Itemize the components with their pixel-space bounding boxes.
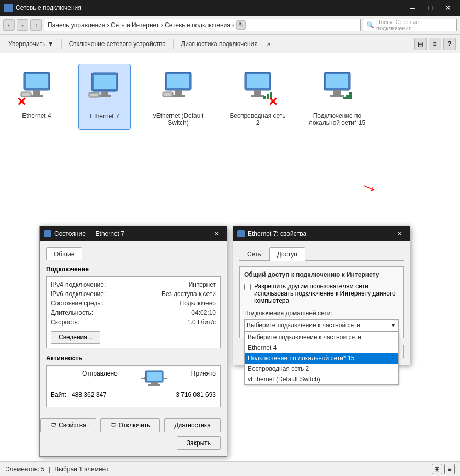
- up-button[interactable]: ↑: [30, 19, 42, 31]
- veth-computer-icon: [160, 70, 197, 106]
- svg-rect-21: [251, 95, 264, 97]
- svg-rect-31: [349, 92, 352, 99]
- duration-row: Длительность: 04:02:10: [51, 309, 216, 316]
- svg-rect-29: [343, 97, 346, 99]
- forward-button[interactable]: ›: [17, 19, 28, 31]
- svg-rect-34: [151, 382, 158, 384]
- status-dialog-titlebar: Состояние — Ethernet 7 ✕: [40, 226, 227, 241]
- network-icons-area: ✕ Ethernet 4 Ethernet 7: [0, 53, 460, 140]
- status-dialog-buttons: 🛡 Свойства 🛡 Отключить Диагностика: [46, 414, 221, 432]
- toolbar-right: ▤ ≡ ?: [414, 38, 456, 50]
- view-details-button[interactable]: ≡: [429, 38, 441, 50]
- activity-section: Отправлено: [46, 365, 221, 407]
- network-item-veth[interactable]: vEthernet (Default Switch): [146, 64, 210, 130]
- tab-general[interactable]: Общие: [46, 247, 82, 260]
- status-dialog-close-button[interactable]: ✕: [211, 229, 223, 239]
- close-button[interactable]: ✕: [440, 3, 456, 13]
- props-dialog-title: Ethernet 7: свойства: [248, 230, 306, 237]
- eth7-icon-wrapper: [84, 67, 125, 109]
- lan15-computer-icon: [319, 70, 355, 106]
- activity-header-row: Отправлено: [51, 370, 216, 387]
- tab-access[interactable]: Доступ: [269, 247, 305, 261]
- properties-button[interactable]: 🛡 Свойства: [40, 418, 96, 432]
- ipv4-row: IPv4-подключение: Интернет: [51, 281, 216, 288]
- wifi2-label: Беспроводная сеть 2: [229, 112, 286, 127]
- diagnostics-button[interactable]: Диагностика подключения: [177, 37, 262, 51]
- svg-rect-28: [330, 95, 344, 97]
- svg-rect-2: [33, 90, 40, 95]
- more-button[interactable]: »: [263, 37, 275, 51]
- dropdown-select[interactable]: Выберите подключение к частной сети ▼: [244, 319, 399, 332]
- dropdown-option-3[interactable]: Беспроводная сеть 2: [245, 364, 398, 374]
- statusbar: Элементов: 5 | Выбран 1 элемент ⊞ ≡: [0, 461, 460, 476]
- eth7-label: Ethernet 7: [90, 112, 119, 120]
- toolbar: Упорядочить ▼ Отключение сетевого устрой…: [0, 35, 460, 53]
- props-dialog-controls: ✕: [394, 229, 406, 239]
- statusbar-right: ⊞ ≡: [432, 464, 455, 474]
- svg-rect-13: [167, 74, 189, 88]
- window-controls: – □ ✕: [405, 3, 456, 13]
- sent-label: Отправлено: [82, 370, 118, 387]
- eth4-red-x: ✕: [17, 96, 26, 108]
- status-view-list-button[interactable]: ≡: [444, 464, 455, 474]
- props-dialog-titlebar: Ethernet 7: свойства ✕: [233, 226, 410, 241]
- help-button[interactable]: ?: [443, 38, 456, 50]
- veth-icon-wrapper: [157, 67, 199, 109]
- sharing-checkbox[interactable]: [244, 284, 251, 290]
- maximize-button[interactable]: □: [422, 3, 438, 13]
- received-bytes: 3 716 081 693: [176, 391, 216, 399]
- close-button[interactable]: Закрыть: [177, 436, 221, 450]
- dropdown-option-1[interactable]: Ethernet 4: [245, 343, 398, 353]
- back-button[interactable]: ‹: [3, 19, 15, 31]
- activity-section-header: Активность: [46, 355, 221, 362]
- disconnect-action-button[interactable]: 🛡 Отключить: [100, 418, 160, 432]
- network-item-lan15[interactable]: Подключение по локальной сети* 15: [305, 64, 369, 130]
- toolbar-separator-2: [173, 39, 174, 49]
- duration-label: Длительность:: [51, 309, 93, 316]
- toolbar-separator: [61, 39, 62, 49]
- network-item-eth4[interactable]: ✕ Ethernet 4: [10, 64, 63, 130]
- bytes-label: Байт:: [51, 391, 72, 399]
- ipv6-row: IPv6-подключение: Без доступа к сети: [51, 290, 216, 298]
- svg-rect-26: [326, 74, 348, 88]
- refresh-button[interactable]: ↻: [236, 20, 246, 30]
- props-dialog: Ethernet 7: свойства ✕ Сеть Доступ Общий…: [233, 226, 410, 365]
- media-value: Подключено: [180, 300, 216, 307]
- media-row: Состояние среды: Подключено: [51, 300, 216, 307]
- media-label: Состояние среды:: [51, 300, 104, 307]
- minimize-button[interactable]: –: [405, 3, 420, 13]
- disconnect-button[interactable]: Отключение сетевого устройства: [65, 37, 170, 51]
- diagnostics-action-button[interactable]: Диагностика: [164, 418, 221, 432]
- svg-rect-30: [346, 95, 349, 99]
- breadcrumb[interactable]: Панель управления › Сеть и Интернет › Се…: [44, 19, 361, 31]
- props-dialog-close-button[interactable]: ✕: [394, 229, 406, 239]
- network-item-wifi2[interactable]: ✕ Беспроводная сеть 2: [226, 64, 290, 130]
- selected-info: Выбран 1 элемент: [54, 466, 108, 473]
- sharing-checkbox-label[interactable]: Разрешить другим пользователям сети испо…: [244, 282, 399, 304]
- organize-button[interactable]: Упорядочить ▼: [4, 37, 58, 51]
- search-icon: 🔍: [366, 21, 374, 29]
- dropdown-option-0[interactable]: Выберите подключение к частной сети: [245, 332, 398, 343]
- svg-rect-35: [148, 384, 160, 386]
- network-item-eth7[interactable]: Ethernet 7: [78, 64, 131, 130]
- ipv6-value: Без доступа к сети: [162, 290, 216, 298]
- dropdown-option-4[interactable]: vEthemet (Default Switch): [245, 374, 398, 384]
- svg-rect-9: [98, 95, 111, 97]
- speed-row: Скорость: 1.0 Гбит/с: [51, 319, 216, 326]
- statusbar-separator: |: [49, 466, 50, 473]
- sharing-checkbox-text: Разрешить другим пользователям сети испо…: [254, 282, 399, 304]
- lan15-icon-wrapper: [316, 67, 358, 109]
- details-button[interactable]: Сведения...: [51, 331, 100, 344]
- red-arrow-indicator: →: [356, 173, 383, 201]
- view-toggle-button[interactable]: ▤: [414, 38, 427, 50]
- title-bar: Сетевые подключения – □ ✕: [0, 0, 460, 16]
- dropdown-option-2[interactable]: Подключение по локальной сети* 15: [245, 353, 398, 364]
- ipv4-value: Интернет: [189, 281, 216, 288]
- search-box[interactable]: 🔍 Поиск: Сетевые подключения: [363, 19, 457, 31]
- disconnect-icon: 🛡: [110, 422, 117, 429]
- ipv4-label: IPv4-подключение:: [51, 281, 106, 288]
- activity-icon: [141, 370, 167, 387]
- status-view-icons-button[interactable]: ⊞: [432, 464, 442, 474]
- tab-network[interactable]: Сеть: [239, 247, 269, 260]
- svg-rect-15: [171, 95, 185, 97]
